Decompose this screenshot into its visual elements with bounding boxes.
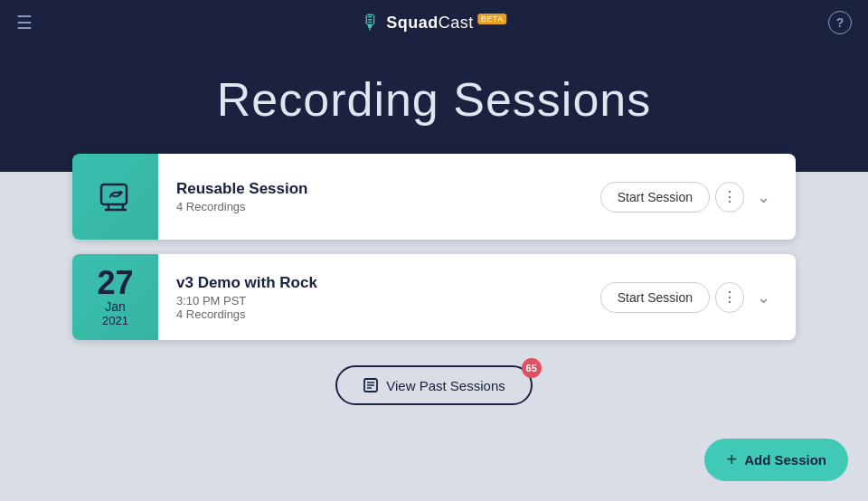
session-body-v3demo: v3 Demo with Rock 3:10 PM PST 4 Recordin… [158, 254, 796, 340]
expand-button-v3demo[interactable]: ⌄ [750, 284, 778, 311]
session-recordings-v3demo: 4 Recordings [176, 307, 586, 321]
logo-text: SquadCastBETA [386, 14, 506, 33]
plus-icon: + [726, 449, 737, 470]
start-session-button-v3demo[interactable]: Start Session [600, 282, 710, 313]
help-button[interactable]: ? [828, 11, 852, 34]
view-past-container: View Past Sessions 65 [72, 365, 796, 405]
top-navigation: ☰ 🎙 SquadCastBETA ? [0, 0, 868, 45]
more-options-button-v3demo[interactable]: ⋮ [715, 282, 744, 313]
session-thumb-v3demo: 27 Jan 2021 [72, 254, 158, 340]
expand-button-reusable[interactable]: ⌄ [750, 184, 778, 211]
session-month: Jan [105, 299, 126, 314]
view-past-sessions-button[interactable]: View Past Sessions 65 [335, 365, 532, 405]
add-session-button[interactable]: + Add Session [704, 439, 848, 481]
session-recordings-reusable: 4 Recordings [176, 200, 586, 213]
add-session-label: Add Session [744, 452, 826, 468]
session-thumb-reusable [72, 154, 158, 240]
reusable-session-icon [96, 177, 136, 217]
history-icon [363, 377, 379, 393]
main-content: Reusable Session 4 Recordings Start Sess… [0, 154, 868, 405]
session-name-reusable: Reusable Session [176, 180, 586, 198]
hamburger-menu-icon[interactable]: ☰ [16, 12, 33, 33]
session-time-v3demo: 3:10 PM PST [176, 294, 586, 307]
session-card-v3demo: 27 Jan 2021 v3 Demo with Rock 3:10 PM PS… [72, 254, 796, 340]
beta-badge: BETA [477, 14, 507, 24]
session-info-v3demo: v3 Demo with Rock 3:10 PM PST 4 Recordin… [176, 274, 586, 321]
page-title: Recording Sessions [0, 72, 868, 127]
page-header: Recording Sessions [0, 45, 868, 172]
session-day: 27 [97, 267, 133, 299]
start-session-button-reusable[interactable]: Start Session [600, 182, 710, 213]
logo: 🎙 SquadCastBETA [361, 11, 506, 34]
microphone-icon: 🎙 [361, 11, 381, 34]
session-info-reusable: Reusable Session 4 Recordings [176, 180, 586, 213]
past-sessions-badge: 65 [522, 358, 542, 378]
more-options-button-reusable[interactable]: ⋮ [715, 182, 744, 213]
session-actions-v3demo: Start Session ⋮ ⌄ [600, 282, 778, 313]
svg-rect-0 [101, 184, 127, 204]
session-card-reusable: Reusable Session 4 Recordings Start Sess… [72, 154, 796, 240]
session-actions-reusable: Start Session ⋮ ⌄ [600, 182, 778, 213]
session-year: 2021 [102, 314, 128, 327]
session-body-reusable: Reusable Session 4 Recordings Start Sess… [158, 154, 796, 240]
session-name-v3demo: v3 Demo with Rock [176, 274, 586, 292]
view-past-label: View Past Sessions [386, 378, 505, 393]
